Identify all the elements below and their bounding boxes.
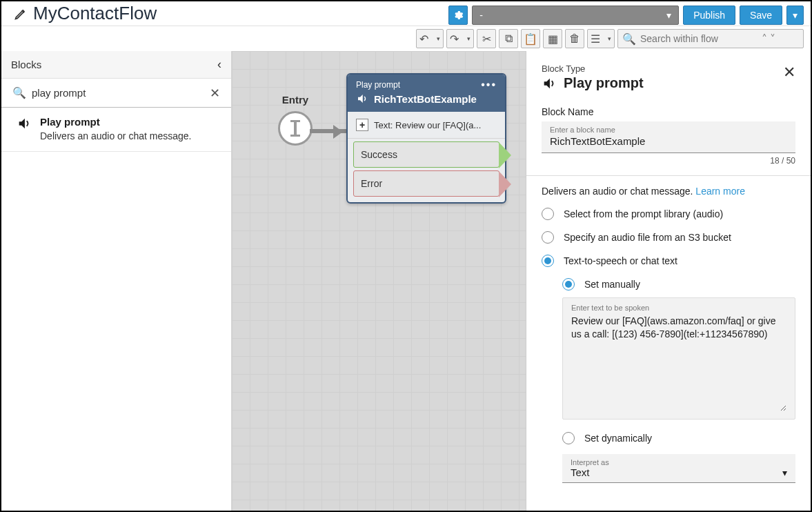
tts-placeholder: Enter text to be spoken bbox=[571, 304, 786, 312]
play-prompt-block[interactable]: Play prompt ••• RichTextBotExample + Tex… bbox=[346, 73, 506, 204]
radio-tts[interactable]: Text-to-speech or chat text bbox=[542, 255, 795, 267]
interpret-label: Interpret as bbox=[571, 458, 609, 466]
outcome-success[interactable]: Success bbox=[353, 141, 499, 168]
connector-arrow bbox=[310, 129, 348, 133]
radio-set-dynamically[interactable]: Set dynamically bbox=[562, 432, 795, 444]
entry-label: Entry bbox=[264, 94, 326, 106]
search-next-icon[interactable]: ˅ bbox=[770, 32, 775, 46]
search-icon: 🔍 bbox=[622, 32, 636, 46]
block-item[interactable]: Play prompt Delivers an audio or chat me… bbox=[1, 108, 231, 152]
cut-button[interactable]: ✂ bbox=[477, 29, 496, 48]
blocks-search-input[interactable] bbox=[32, 87, 204, 99]
block-type-caption: Block Type bbox=[542, 63, 644, 74]
properties-panel: Block Type Play prompt ✕ Block Name Ente… bbox=[526, 51, 811, 511]
dropdown-value: - bbox=[479, 10, 483, 21]
search-flow-field[interactable] bbox=[640, 33, 757, 44]
block-row-text: Text: Review our [FAQ](a... bbox=[374, 120, 481, 130]
block-name-input[interactable] bbox=[550, 135, 787, 147]
paste-button[interactable]: 📋 bbox=[521, 29, 540, 48]
save-button[interactable]: Save bbox=[740, 6, 782, 25]
block-name-field[interactable]: Enter a block name bbox=[542, 121, 795, 153]
outcome-error[interactable]: Error bbox=[353, 170, 499, 197]
blocks-header: Blocks bbox=[11, 59, 41, 70]
speaker-icon bbox=[542, 76, 557, 91]
redo-button[interactable]: ↷▾ bbox=[446, 29, 474, 48]
close-panel-icon[interactable]: ✕ bbox=[783, 63, 795, 81]
clear-search-icon[interactable]: ✕ bbox=[210, 86, 220, 101]
collapse-sidebar-icon[interactable]: ‹ bbox=[217, 57, 221, 72]
block-name-placeholder: Enter a block name bbox=[550, 126, 787, 134]
block-name-label: Block Name bbox=[542, 106, 795, 117]
speaker-icon bbox=[356, 92, 368, 105]
learn-more-link[interactable]: Learn more bbox=[695, 186, 745, 197]
flow-canvas[interactable]: Entry Play prompt ••• RichTextBotExample… bbox=[232, 51, 526, 511]
select-all-button[interactable]: ▦ bbox=[543, 29, 562, 48]
interpret-as-select[interactable]: Interpret as Text ▾ bbox=[562, 454, 795, 483]
search-prev-icon[interactable]: ˄ bbox=[762, 32, 767, 46]
block-name: RichTextBotExample bbox=[374, 93, 477, 105]
chevron-down-icon: ▾ bbox=[666, 10, 671, 21]
block-item-title: Play prompt bbox=[40, 116, 191, 128]
speaker-icon bbox=[17, 116, 32, 141]
block-item-desc: Delivers an audio or chat message. bbox=[40, 130, 191, 141]
save-menu-button[interactable]: ▾ bbox=[786, 6, 804, 25]
publish-button[interactable]: Publish bbox=[683, 6, 735, 25]
char-count: 18 / 50 bbox=[542, 156, 795, 166]
chevron-down-icon: ▾ bbox=[782, 467, 787, 478]
settings-button[interactable] bbox=[448, 6, 468, 25]
flow-title[interactable]: MyContactFlow bbox=[33, 3, 157, 24]
tts-text-field[interactable]: Enter text to be spoken bbox=[562, 297, 795, 420]
expand-icon[interactable]: + bbox=[356, 119, 368, 131]
flow-selector-dropdown[interactable]: - ▾ bbox=[472, 6, 679, 25]
block-type-label: Play prompt bbox=[356, 80, 400, 90]
panel-description: Delivers an audio or chat message. bbox=[542, 186, 695, 197]
blocks-sidebar: Blocks ‹ 🔍 ✕ Play prompt Delivers an aud… bbox=[1, 51, 232, 511]
arrange-button[interactable]: ☰▾ bbox=[587, 29, 615, 48]
undo-button[interactable]: ↶▾ bbox=[416, 29, 444, 48]
entry-block[interactable]: Entry bbox=[264, 94, 326, 146]
radio-set-manually[interactable]: Set manually bbox=[562, 278, 795, 291]
radio-s3-audio[interactable]: Specify an audio file from an S3 bucket bbox=[542, 231, 795, 244]
delete-button[interactable]: 🗑 bbox=[565, 29, 584, 48]
search-icon: 🔍 bbox=[12, 86, 26, 99]
block-menu-icon[interactable]: ••• bbox=[481, 79, 497, 91]
search-flow-input[interactable]: 🔍 ˄ ˅ bbox=[617, 29, 804, 48]
tts-textarea[interactable] bbox=[571, 315, 786, 411]
interpret-value: Text bbox=[571, 466, 609, 478]
block-type-title: Play prompt bbox=[564, 75, 644, 91]
radio-prompt-library[interactable]: Select from the prompt library (audio) bbox=[542, 208, 795, 220]
edit-icon[interactable] bbox=[14, 7, 28, 21]
copy-button[interactable]: ⧉ bbox=[499, 29, 518, 48]
